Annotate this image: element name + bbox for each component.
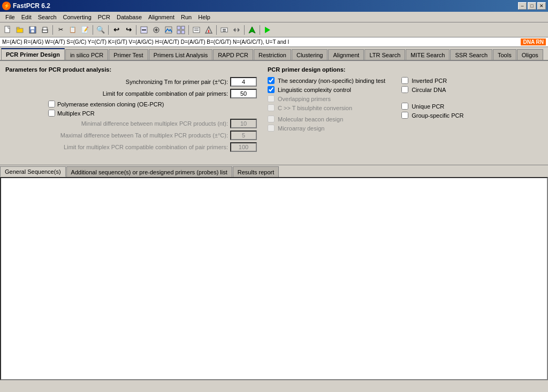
- group-specific-label: Group-specific PCR: [412, 112, 463, 119]
- option-overlapping: Overlapping primers: [268, 95, 385, 102]
- toolbar-btn13[interactable]: [246, 24, 258, 36]
- multiplex-label: Multiplex PCR: [57, 110, 95, 117]
- tab-additional-sequences[interactable]: Additional sequence(s) or pre-designed p…: [66, 166, 232, 177]
- toolbar-run[interactable]: [262, 24, 273, 36]
- work-area: [0, 177, 548, 380]
- circular-checkbox[interactable]: [401, 86, 408, 93]
- toolbar-undo[interactable]: ↩: [110, 24, 122, 36]
- toolbar-btn5[interactable]: [138, 24, 150, 36]
- form-row-limit: Limit for compatible combination of pair…: [5, 89, 257, 98]
- tab-ssr-search[interactable]: SSR Search: [450, 49, 492, 60]
- form-row-minimal: Minimal difference between multiplex PCR…: [5, 119, 257, 128]
- limit-input[interactable]: [230, 89, 257, 98]
- menu-edit[interactable]: Edit: [18, 13, 35, 21]
- svg-rect-19: [193, 27, 200, 33]
- tab-oligos[interactable]: Oligos: [517, 49, 543, 60]
- toolbar-sep-7: [244, 25, 245, 35]
- linguistic-checkbox[interactable]: [268, 86, 275, 93]
- svg-rect-17: [177, 30, 180, 34]
- tab-primers-list-analysis[interactable]: Primers List Analysis: [149, 49, 212, 60]
- tab-primer-test[interactable]: Primer Test: [109, 49, 148, 60]
- menu-file[interactable]: File: [2, 13, 18, 21]
- beacon-checkbox: [268, 116, 275, 122]
- toolbar-btn12[interactable]: [231, 24, 242, 36]
- toolbar-sep-4: [136, 25, 136, 35]
- tab-in-silico-pcr[interactable]: in silico PCR: [65, 49, 108, 60]
- left-panel: Parameters for PCR product analysis: Syn…: [5, 66, 257, 154]
- close-button[interactable]: ✕: [537, 2, 546, 10]
- toolbar-btn7[interactable]: [163, 24, 174, 36]
- right-panel-title: PCR primer design options:: [268, 66, 543, 73]
- toolbar-sep-3: [108, 25, 109, 35]
- maximize-button[interactable]: □: [528, 2, 536, 10]
- menu-converting[interactable]: Converting: [60, 13, 95, 21]
- option-beacon: Molecular beacon design: [268, 116, 385, 122]
- group-specific-checkbox[interactable]: [401, 112, 408, 119]
- minimal-input: [230, 119, 257, 128]
- toolbar-copy[interactable]: 📋: [67, 24, 79, 36]
- menu-alignment[interactable]: Alignment: [145, 13, 178, 21]
- svg-rect-2: [17, 27, 19, 29]
- bisulphite-label: C >> T bisulphite conversion: [278, 105, 352, 111]
- maximal-input: [230, 130, 257, 140]
- options-left: The secondary (non-specific) binding tes…: [268, 77, 385, 134]
- minimize-button[interactable]: –: [518, 2, 527, 10]
- tab-alignment[interactable]: Alignment: [328, 49, 364, 60]
- menu-pcr[interactable]: PCR: [95, 13, 113, 21]
- secondary-binding-checkbox[interactable]: [268, 77, 275, 84]
- svg-rect-16: [181, 26, 185, 29]
- multiplex-checkbox[interactable]: [48, 110, 55, 117]
- tab-pcr-primer-design[interactable]: PCR Primer Design: [1, 48, 65, 60]
- right-panel: PCR primer design options: The secondary…: [268, 66, 543, 154]
- toolbar-redo[interactable]: ↪: [123, 24, 134, 36]
- toolbar-btn9[interactable]: [191, 24, 202, 36]
- tab-rapd-pcr[interactable]: RAPD PCR: [213, 49, 253, 60]
- microarray-label: Microarray design: [278, 125, 324, 132]
- toolbar-btn10[interactable]: [203, 24, 215, 36]
- option-secondary-binding: The secondary (non-specific) binding tes…: [268, 77, 385, 84]
- circular-label: Circular DNA: [412, 87, 446, 93]
- toolbar-print[interactable]: [39, 24, 51, 36]
- toolbar-cut[interactable]: ✂: [55, 24, 66, 36]
- toolbar-sep-8: [260, 25, 260, 35]
- toolbar-open[interactable]: [14, 24, 26, 36]
- polymerase-checkbox[interactable]: [48, 101, 55, 107]
- dna-rn-button[interactable]: DNA RN: [521, 39, 546, 45]
- svg-rect-7: [43, 27, 47, 30]
- options-right: Inverted PCR Circular DNA Unique PCR Gro…: [401, 77, 463, 134]
- formula-text: M=(A/C) R=(A/G) W=(A/T) S=(G/C) Y=(C/T) …: [2, 39, 521, 45]
- menu-help[interactable]: Help: [195, 13, 214, 21]
- window-controls: – □ ✕: [518, 2, 546, 10]
- toolbar-btn8[interactable]: [175, 24, 187, 36]
- tab-general-sequences[interactable]: General Sequence(s): [0, 166, 66, 177]
- tab-ltr-search[interactable]: LTR Search: [364, 49, 405, 60]
- inverted-checkbox[interactable]: [401, 77, 408, 84]
- option-inverted: Inverted PCR: [401, 77, 463, 84]
- toolbar-btn11[interactable]: [218, 24, 230, 36]
- tm-input[interactable]: [230, 77, 257, 87]
- form-row-multiplex-limit: Limit for multiplex PCR compatible combi…: [5, 142, 257, 152]
- svg-marker-28: [238, 28, 240, 32]
- form-row-maximal: Maximal difference between Ta of multipl…: [5, 130, 257, 140]
- menu-database[interactable]: Database: [113, 13, 145, 21]
- polymerase-label: Polymerase extension cloning (OE-PCR): [57, 101, 164, 107]
- menu-run[interactable]: Run: [178, 13, 195, 21]
- multiplex-limit-label: Limit for multiplex PCR compatible combi…: [5, 144, 230, 150]
- toolbar-sep-2: [93, 25, 93, 35]
- bisulphite-checkbox: [268, 104, 275, 111]
- toolbar-find[interactable]: 🔍: [95, 24, 106, 36]
- tab-tools[interactable]: Tools: [493, 49, 516, 60]
- toolbar-save[interactable]: [27, 24, 39, 36]
- svg-rect-18: [181, 30, 185, 34]
- toolbar-sep-1: [52, 25, 53, 35]
- tab-restriction[interactable]: Restriction: [254, 49, 291, 60]
- main-content: Parameters for PCR product analysis: Syn…: [0, 61, 548, 159]
- toolbar-paste[interactable]: 📝: [79, 24, 91, 36]
- tab-mite-search[interactable]: MITE Search: [406, 49, 450, 60]
- menu-search[interactable]: Search: [35, 13, 60, 21]
- tab-results-report[interactable]: Results report: [233, 166, 279, 177]
- tab-clustering[interactable]: Clustering: [292, 49, 328, 60]
- toolbar-new[interactable]: [2, 24, 14, 36]
- unique-checkbox[interactable]: [401, 103, 408, 110]
- toolbar-btn6[interactable]: [150, 24, 162, 36]
